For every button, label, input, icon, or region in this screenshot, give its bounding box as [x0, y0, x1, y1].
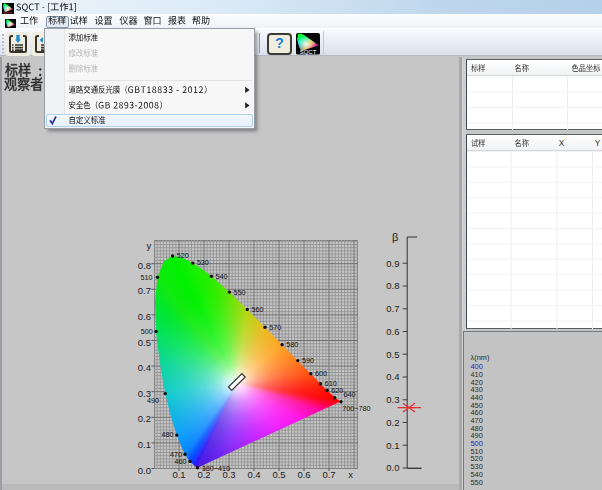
svg-text:0.5: 0.5 [272, 469, 285, 480]
svg-text:500: 500 [141, 327, 153, 336]
svg-text:y: y [147, 240, 152, 251]
svg-text:0.6: 0.6 [138, 311, 151, 322]
svg-text:β: β [392, 231, 398, 243]
svg-text:0.1: 0.1 [138, 439, 151, 450]
svg-text:560: 560 [251, 305, 263, 314]
svg-text:700~780: 700~780 [342, 404, 370, 413]
svg-text:X: X [559, 138, 565, 148]
svg-text:0.7: 0.7 [386, 303, 399, 314]
svg-text:510: 510 [141, 273, 153, 282]
svg-text:0.3: 0.3 [222, 469, 235, 480]
svg-text:0.9: 0.9 [386, 258, 399, 269]
svg-text:0.8: 0.8 [138, 260, 151, 271]
svg-text:0.0: 0.0 [386, 462, 399, 473]
svg-text:540: 540 [216, 272, 228, 281]
svg-text:590: 590 [302, 356, 314, 365]
svg-text:0.5: 0.5 [138, 337, 151, 348]
svg-text:0.3: 0.3 [138, 388, 151, 399]
svg-text:0.1: 0.1 [386, 440, 399, 451]
svg-text:600: 600 [315, 369, 327, 378]
svg-text:λ(nm): λ(nm) [471, 353, 490, 362]
svg-text:0.6: 0.6 [297, 469, 310, 480]
svg-text:0.4: 0.4 [138, 362, 151, 373]
svg-text:0.7: 0.7 [138, 285, 151, 296]
svg-text:Y: Y [595, 138, 601, 148]
svg-text:550: 550 [471, 478, 483, 487]
svg-text:0.0: 0.0 [138, 465, 151, 476]
svg-text:480: 480 [162, 430, 174, 439]
svg-text:0.4: 0.4 [247, 469, 260, 480]
svg-text:0.2: 0.2 [138, 413, 151, 424]
svg-text:0.8: 0.8 [386, 280, 399, 291]
svg-text:570: 570 [269, 323, 281, 332]
svg-text:640: 640 [343, 390, 355, 399]
svg-text:620: 620 [331, 386, 343, 395]
svg-text:0.4: 0.4 [386, 371, 399, 382]
svg-text:0.2: 0.2 [197, 469, 210, 480]
svg-text:0.7: 0.7 [322, 469, 335, 480]
svg-text:0.3: 0.3 [386, 394, 399, 405]
svg-text:580: 580 [286, 340, 298, 349]
svg-text:0.5: 0.5 [386, 349, 399, 360]
svg-text:0.6: 0.6 [386, 326, 399, 337]
svg-text:0.1: 0.1 [172, 469, 185, 480]
svg-text:520: 520 [177, 251, 189, 260]
svg-text:0.2: 0.2 [386, 417, 399, 428]
svg-text:470: 470 [170, 450, 182, 459]
svg-text:x: x [348, 469, 353, 480]
svg-text:550: 550 [234, 288, 246, 297]
svg-text:530: 530 [197, 258, 209, 267]
